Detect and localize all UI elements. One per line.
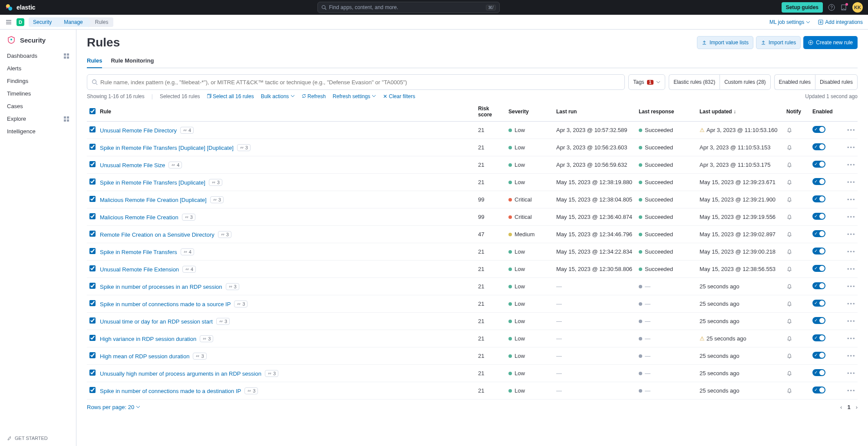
rule-link[interactable]: Unusually high number of process argumen… <box>100 370 261 377</box>
enabled-toggle[interactable] <box>812 161 825 168</box>
pager-next[interactable]: › <box>856 404 858 410</box>
refresh-settings[interactable]: Refresh settings <box>333 93 376 99</box>
row-checkbox[interactable] <box>89 370 96 376</box>
notify-icon[interactable] <box>786 197 792 203</box>
notify-icon[interactable] <box>786 353 792 359</box>
notify-icon[interactable] <box>786 388 792 394</box>
notify-icon[interactable] <box>786 266 792 272</box>
notify-icon[interactable] <box>786 370 792 377</box>
get-started[interactable]: GET STARTED <box>7 436 48 441</box>
sidebar-item-dashboards[interactable]: Dashboards <box>0 50 76 62</box>
row-actions[interactable]: ••• <box>847 196 856 203</box>
integration-count[interactable]: 3 <box>265 370 278 377</box>
integration-count[interactable]: 3 <box>226 283 239 290</box>
global-search[interactable]: Find apps, content, and more. ⌘/ <box>317 2 500 13</box>
rule-link[interactable]: Spike in Remote File Transfers [Duplicat… <box>100 179 205 186</box>
row-actions[interactable]: ••• <box>847 248 856 255</box>
integration-count[interactable]: 3 <box>210 196 224 203</box>
row-actions[interactable]: ••• <box>847 214 856 220</box>
col-last-response[interactable]: Last response <box>636 102 697 122</box>
row-checkbox[interactable] <box>89 283 96 289</box>
tab-rules[interactable]: Rules <box>87 54 102 68</box>
ml-job-settings[interactable]: ML job settings <box>769 19 810 25</box>
row-checkbox[interactable] <box>89 126 96 132</box>
enabled-toggle[interactable] <box>812 195 825 202</box>
newsfeed-icon[interactable] <box>840 4 847 11</box>
rule-link[interactable]: Unusual time or day for an RDP session s… <box>100 318 213 325</box>
row-checkbox[interactable] <box>89 352 96 358</box>
rule-link[interactable]: Remote File Creation on a Sensitive Dire… <box>100 231 215 238</box>
row-checkbox[interactable] <box>89 213 96 219</box>
sidebar-item-alerts[interactable]: Alerts <box>0 62 76 75</box>
sidebar-item-cases[interactable]: Cases <box>0 100 76 112</box>
import-value-lists-button[interactable]: Import value lists <box>697 36 753 49</box>
elastic-rules-tab[interactable]: Elastic rules (832) <box>669 74 719 90</box>
integration-count[interactable]: 3 <box>216 318 230 325</box>
integration-count[interactable]: 3 <box>193 353 206 360</box>
bulk-actions[interactable]: Bulk actions <box>261 93 295 99</box>
setup-guides-button[interactable]: Setup guides <box>782 2 823 13</box>
col-last-run[interactable]: Last run <box>554 102 636 122</box>
integration-count[interactable]: 3 <box>209 179 222 186</box>
rule-link[interactable]: High variance in RDP session duration <box>100 336 196 342</box>
integration-count[interactable]: 4 <box>182 266 196 273</box>
enabled-rules-tab[interactable]: Enabled rules <box>774 74 815 90</box>
integration-count[interactable]: 4 <box>168 162 182 168</box>
enabled-toggle[interactable] <box>812 334 825 341</box>
row-actions[interactable]: ••• <box>847 335 856 342</box>
tags-filter[interactable]: Tags1 <box>628 74 665 90</box>
rule-link[interactable]: Unusual Remote File Directory <box>100 127 177 134</box>
create-rule-button[interactable]: Create new rule <box>803 36 858 49</box>
row-actions[interactable]: ••• <box>847 370 856 377</box>
row-actions[interactable]: ••• <box>847 231 856 238</box>
notify-icon[interactable] <box>786 318 792 324</box>
row-actions[interactable]: ••• <box>847 179 856 185</box>
pager-current[interactable]: 1 <box>847 404 850 410</box>
notify-icon[interactable] <box>786 231 792 238</box>
notify-icon[interactable] <box>786 127 792 133</box>
col-risk[interactable]: Risk score <box>475 102 506 122</box>
tab-rule-monitoring[interactable]: Rule Monitoring <box>111 54 154 68</box>
col-notify[interactable]: Notify <box>784 102 810 122</box>
notify-icon[interactable] <box>786 301 792 307</box>
notify-icon[interactable] <box>786 249 792 255</box>
sidebar-item-explore[interactable]: Explore <box>0 112 76 125</box>
col-rule[interactable]: Rule <box>97 102 475 122</box>
col-enabled[interactable]: Enabled <box>810 102 845 122</box>
clear-filters[interactable]: ✕ Clear filters <box>383 93 415 99</box>
row-checkbox[interactable] <box>89 178 96 185</box>
custom-rules-tab[interactable]: Custom rules (28) <box>719 74 770 90</box>
enabled-toggle[interactable] <box>812 282 825 289</box>
enabled-toggle[interactable] <box>812 265 825 272</box>
notify-icon[interactable] <box>786 145 792 151</box>
row-actions[interactable]: ••• <box>847 353 856 359</box>
user-avatar[interactable]: KK <box>852 2 863 13</box>
enabled-toggle[interactable] <box>812 230 825 237</box>
space-badge[interactable]: D <box>17 18 24 26</box>
rule-link[interactable]: Spike in number of connections made to a… <box>100 388 241 394</box>
disabled-rules-tab[interactable]: Disabled rules <box>815 74 858 90</box>
row-actions[interactable]: ••• <box>847 266 856 272</box>
enabled-toggle[interactable] <box>812 317 825 324</box>
row-checkbox[interactable] <box>89 265 96 271</box>
sidebar-item-findings[interactable]: Findings <box>0 75 76 87</box>
rule-search-input[interactable] <box>100 79 620 86</box>
enabled-toggle[interactable] <box>812 248 825 254</box>
row-actions[interactable]: ••• <box>847 162 856 168</box>
enabled-toggle[interactable] <box>812 178 825 185</box>
rule-link[interactable]: Spike in number of processes in an RDP s… <box>100 284 222 290</box>
rule-search[interactable] <box>87 74 625 90</box>
enabled-toggle[interactable] <box>812 126 825 133</box>
enabled-toggle[interactable] <box>812 387 825 393</box>
row-checkbox[interactable] <box>89 317 96 324</box>
integration-count[interactable]: 3 <box>237 144 251 151</box>
enabled-toggle[interactable] <box>812 213 825 220</box>
row-checkbox[interactable] <box>89 231 96 237</box>
col-last-updated[interactable]: Last updated ↓ <box>697 102 784 122</box>
enabled-toggle[interactable] <box>812 300 825 307</box>
integration-count[interactable]: 3 <box>182 214 195 221</box>
col-severity[interactable]: Severity <box>506 102 554 122</box>
enabled-toggle[interactable] <box>812 143 825 150</box>
nav-toggle-icon[interactable] <box>5 19 12 26</box>
refresh-button[interactable]: Refresh <box>302 93 326 99</box>
